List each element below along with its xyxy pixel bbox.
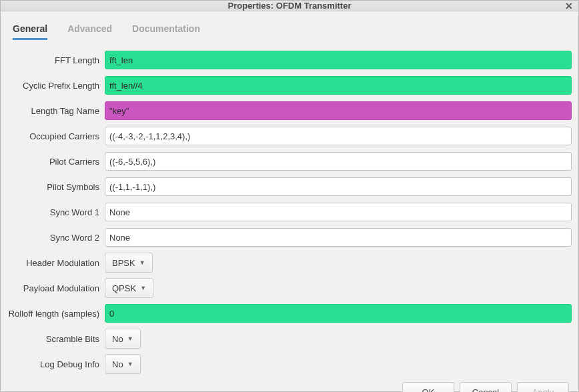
input-sync-word-1[interactable]	[105, 203, 572, 221]
select-payload-modulation-value: QPSK	[112, 283, 136, 293]
input-pilot-carriers[interactable]	[105, 152, 572, 171]
cancel-rest: ancel	[478, 387, 499, 393]
cancel-button[interactable]: Cancel	[460, 382, 512, 392]
titlebar: Properties: OFDM Transmitter ✕	[1, 1, 578, 11]
input-fft-length[interactable]	[105, 51, 572, 69]
tab-advanced[interactable]: Advanced	[67, 23, 112, 40]
ok-rest: K	[429, 387, 435, 393]
select-log-debug-info[interactable]: No ▼	[105, 354, 141, 374]
input-cp-length[interactable]	[105, 76, 572, 95]
label-header-modulation: Header Modulation	[7, 258, 102, 268]
label-sync-word-2: Sync Word 2	[7, 233, 102, 243]
cancel-mnemonic: C	[472, 387, 478, 393]
select-scramble-bits-value: No	[112, 334, 123, 344]
row-length-tag-name: Length Tag Name	[7, 101, 572, 121]
row-pilot-symbols: Pilot Symbols	[7, 177, 572, 197]
dialog-footer: OK Cancel Apply	[1, 374, 578, 392]
chevron-down-icon: ▼	[140, 285, 146, 291]
tab-general[interactable]: General	[13, 23, 47, 40]
ok-button[interactable]: OK	[402, 382, 454, 392]
row-sync-word-1: Sync Word 1	[7, 202, 572, 222]
label-rolloff-length: Rolloff length (samples)	[7, 309, 102, 319]
input-occupied-carriers[interactable]	[105, 127, 572, 145]
chevron-down-icon: ▼	[139, 259, 145, 266]
row-cp-length: Cyclic Prefix Length	[7, 75, 572, 95]
label-sync-word-1: Sync Word 1	[7, 207, 102, 217]
row-scramble-bits: Scramble Bits No ▼	[7, 329, 572, 349]
input-rolloff-length[interactable]	[105, 304, 572, 323]
label-fft-length: FFT Length	[7, 55, 102, 65]
label-pilot-symbols: Pilot Symbols	[7, 182, 102, 192]
select-header-modulation-value: BPSK	[112, 258, 135, 268]
row-header-modulation: Header Modulation BPSK ▼	[7, 253, 572, 273]
label-scramble-bits: Scramble Bits	[7, 334, 102, 344]
input-pilot-symbols[interactable]	[105, 177, 572, 196]
label-log-debug-info: Log Debug Info	[7, 359, 102, 369]
properties-dialog: Properties: OFDM Transmitter ✕ General A…	[0, 0, 579, 392]
input-sync-word-2[interactable]	[105, 228, 572, 247]
tab-bar: General Advanced Documentation	[1, 11, 578, 41]
dialog-content: General Advanced Documentation FFT Lengt…	[1, 11, 578, 392]
row-occupied-carriers: Occupied Carriers	[7, 126, 572, 146]
row-pilot-carriers: Pilot Carriers	[7, 151, 572, 171]
form-area: FFT Length Cyclic Prefix Length Length T…	[1, 41, 578, 374]
ok-mnemonic: O	[422, 387, 429, 393]
chevron-down-icon: ▼	[127, 361, 133, 367]
select-log-debug-info-value: No	[112, 359, 123, 369]
select-payload-modulation[interactable]: QPSK ▼	[105, 278, 153, 298]
select-header-modulation[interactable]: BPSK ▼	[105, 253, 153, 273]
window-title: Properties: OFDM Transmitter	[228, 1, 352, 11]
row-payload-modulation: Payload Modulation QPSK ▼	[7, 278, 572, 298]
close-icon[interactable]: ✕	[565, 1, 573, 11]
label-payload-modulation: Payload Modulation	[7, 283, 102, 293]
label-length-tag-name: Length Tag Name	[7, 106, 102, 116]
apply-button[interactable]: Apply	[517, 382, 569, 392]
label-cp-length: Cyclic Prefix Length	[7, 81, 102, 91]
chevron-down-icon: ▼	[127, 335, 133, 342]
label-pilot-carriers: Pilot Carriers	[7, 157, 102, 167]
row-rolloff-length: Rolloff length (samples)	[7, 303, 572, 323]
label-occupied-carriers: Occupied Carriers	[7, 131, 102, 141]
row-fft-length: FFT Length	[7, 50, 572, 70]
row-log-debug-info: Log Debug Info No ▼	[7, 354, 572, 374]
row-sync-word-2: Sync Word 2	[7, 227, 572, 247]
input-length-tag-name[interactable]	[105, 101, 572, 120]
select-scramble-bits[interactable]: No ▼	[105, 329, 141, 349]
tab-documentation[interactable]: Documentation	[132, 23, 200, 40]
